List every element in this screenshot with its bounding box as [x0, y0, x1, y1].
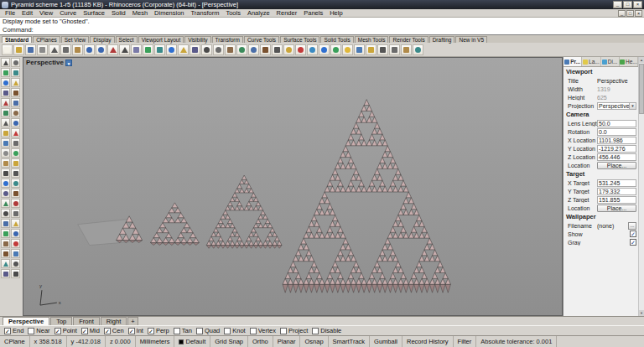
display-ghosted-icon[interactable] [307, 44, 318, 55]
menu-help[interactable]: Help [326, 9, 345, 17]
offset-icon[interactable] [11, 118, 20, 127]
osnap-mid[interactable]: ✓Mid [81, 327, 100, 334]
menu-surface[interactable]: Surface [80, 9, 108, 17]
paste-icon[interactable] [72, 44, 83, 55]
menu-curve[interactable]: Curve [56, 9, 80, 17]
osnap-project-checkbox[interactable] [280, 328, 287, 334]
scale-icon[interactable] [178, 44, 189, 55]
join-icon[interactable] [1, 128, 10, 137]
status-gumball[interactable]: Gumball [370, 336, 402, 347]
points-grid-icon[interactable] [11, 209, 20, 218]
layer-manager-icon[interactable] [366, 44, 377, 55]
open-file-icon[interactable] [13, 44, 24, 55]
osnap-tan[interactable]: Tan [174, 327, 192, 334]
scale-icon[interactable] [11, 78, 20, 87]
scrollbar-thumb[interactable] [639, 64, 644, 114]
viewport-tab-right[interactable]: Right [101, 317, 127, 325]
copy-clipboard-icon[interactable] [60, 44, 71, 55]
zoom-extents-icon[interactable] [201, 44, 212, 55]
object-snap-settings-icon[interactable] [377, 44, 388, 55]
display-rendered-icon[interactable] [295, 44, 306, 55]
command-prompt-line[interactable]: Command: [3, 26, 641, 34]
child-close-button[interactable]: × [635, 10, 642, 17]
input-z-target[interactable]: 151.855 [597, 196, 636, 204]
status-grid-snap[interactable]: Grid Snap [210, 336, 248, 347]
toolbar-tab-render-tools[interactable]: Render Tools [389, 36, 428, 43]
object-properties-icon[interactable] [354, 44, 365, 55]
zoom-window-icon[interactable] [213, 44, 224, 55]
select-lasso-icon[interactable] [11, 58, 20, 67]
browse-button[interactable]: ... [628, 222, 636, 230]
toolbar-tab-standard[interactable]: Standard [2, 36, 32, 43]
menu-tools[interactable]: Tools [222, 9, 244, 17]
extrude-icon[interactable] [11, 219, 20, 228]
text-icon[interactable] [11, 269, 20, 278]
osnap-perp[interactable]: ✓Perp [148, 327, 169, 334]
pan-view-icon[interactable] [225, 44, 236, 55]
grid-options-icon[interactable] [389, 44, 400, 55]
menu-dimension[interactable]: Dimension [151, 9, 187, 17]
trim-icon[interactable] [1, 98, 10, 107]
cone-icon[interactable] [1, 259, 10, 268]
rotate-view-icon[interactable] [236, 44, 247, 55]
save-file-icon[interactable] [25, 44, 36, 55]
print-icon[interactable] [37, 44, 48, 55]
sphere-icon[interactable] [11, 239, 20, 248]
osnap-tan-checkbox[interactable] [174, 328, 180, 334]
menu-transform[interactable]: Transform [188, 9, 223, 17]
scroll-up-icon[interactable]: ▲ [639, 57, 644, 63]
fillet-icon[interactable] [11, 108, 20, 117]
arc-icon[interactable] [11, 179, 20, 188]
osnap-near[interactable]: Near [28, 327, 49, 334]
redo-icon[interactable] [96, 44, 106, 55]
status-smarttrack[interactable]: SmartTrack [329, 336, 370, 347]
status-cplane[interactable]: CPlane [0, 336, 30, 347]
toolbar-tab-new-in-v5[interactable]: New in V5 [455, 36, 487, 43]
sweep-icon[interactable] [1, 239, 10, 248]
unlock-icon[interactable] [11, 158, 20, 168]
toolbar-tab-surface-tools[interactable]: Surface Tools [280, 36, 319, 43]
select-window-icon[interactable] [131, 44, 142, 55]
status-record-history[interactable]: Record History [402, 336, 454, 347]
osnap-disable-checkbox[interactable] [312, 328, 319, 334]
input-y-location[interactable]: -1219.276 [597, 145, 636, 153]
viewport-tab-top[interactable]: Top [50, 317, 72, 325]
render-preview-icon[interactable] [330, 44, 341, 55]
osnap-near-checkbox[interactable] [28, 328, 34, 334]
menu-edit[interactable]: Edit [18, 9, 36, 17]
child-maximize-button[interactable]: □ [626, 10, 634, 17]
menu-render[interactable]: Render [273, 9, 301, 17]
cut-icon[interactable] [49, 44, 60, 55]
osnap-quad-checkbox[interactable] [196, 328, 203, 334]
viewport-title[interactable]: Perspective ▾ [26, 59, 72, 66]
hide-icon[interactable] [1, 148, 10, 158]
ungroup-icon[interactable] [11, 138, 20, 148]
sun-settings-icon[interactable] [342, 44, 353, 55]
toolbar-tab-curve-tools[interactable]: Curve Tools [244, 36, 279, 43]
display-shaded-icon[interactable] [283, 44, 294, 55]
boolean-union-icon[interactable] [11, 259, 20, 268]
ellipse-icon[interactable] [1, 189, 10, 198]
osnap-vertex[interactable]: Vertex [250, 327, 276, 334]
select-pointer-icon[interactable] [1, 58, 10, 67]
copy-object-icon[interactable] [154, 44, 165, 55]
osnap-cen-checkbox[interactable]: ✓ [104, 328, 111, 334]
toolbar-tab-set-view[interactable]: Set View [61, 36, 90, 43]
point-icon[interactable] [1, 209, 10, 218]
new-viewport-tab[interactable]: + [127, 317, 138, 325]
split-icon[interactable] [11, 98, 20, 107]
toolbar-tab-visibility[interactable]: Visibility [184, 36, 210, 43]
polyline-icon[interactable] [11, 168, 20, 178]
undo-icon[interactable] [84, 44, 95, 55]
osnap-knot-checkbox[interactable] [224, 328, 231, 334]
chevron-down-icon[interactable]: ▼ [629, 103, 636, 109]
toolbar-tab-select[interactable]: Select [116, 36, 138, 43]
toolbar-tab-solid-tools[interactable]: Solid Tools [320, 36, 353, 43]
osnap-vertex-checkbox[interactable] [250, 328, 257, 334]
osnap-int[interactable]: ✓Int [128, 327, 143, 334]
rotate-icon[interactable] [1, 78, 10, 87]
surface-plane-icon[interactable] [1, 219, 10, 228]
lock-icon[interactable] [1, 158, 10, 168]
mesh-from-surface-icon[interactable] [1, 269, 10, 278]
move-icon[interactable] [1, 68, 10, 77]
